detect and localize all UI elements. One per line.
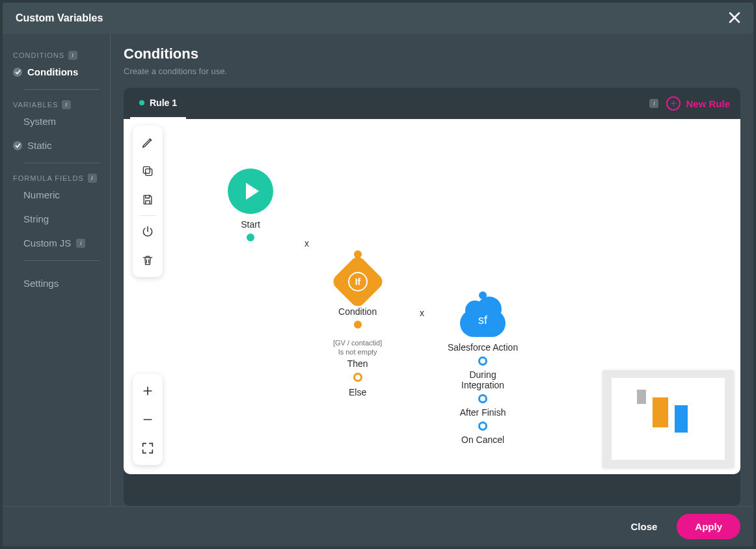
- port-out[interactable]: [354, 321, 362, 328]
- sidebar-item-conditions[interactable]: Conditions: [13, 60, 102, 84]
- info-icon[interactable]: i: [76, 239, 85, 248]
- zoom-in-button[interactable]: [135, 377, 160, 405]
- node-label: Start: [241, 219, 260, 230]
- minimap-node: [637, 390, 646, 404]
- sidebar-item-label: String: [23, 213, 49, 224]
- close-button[interactable]: Close: [623, 515, 665, 539]
- sidebar-item-label: Custom JS: [23, 237, 71, 248]
- node-start[interactable]: Start: [228, 168, 273, 241]
- port-during[interactable]: [478, 356, 487, 366]
- node-label: Salesforce Action: [448, 342, 518, 353]
- sidebar-item-system[interactable]: System: [13, 109, 102, 133]
- condition-expression: [GV / contactid]: [333, 339, 382, 348]
- sidebar-item-customjs[interactable]: Custom JS i: [13, 231, 102, 255]
- connector-delete-icon[interactable]: x: [304, 238, 309, 248]
- if-label: If: [348, 272, 368, 291]
- main-panel: Conditions Create a conditions for use. …: [111, 34, 753, 506]
- sidebar-item-settings[interactable]: Settings: [13, 271, 102, 295]
- port-cancel[interactable]: [478, 422, 487, 431]
- port-out[interactable]: [247, 234, 254, 241]
- fit-screen-button[interactable]: [135, 434, 160, 462]
- page-subtitle: Create a conditions for use.: [124, 66, 740, 76]
- sidebar-item-label: Numeric: [23, 189, 60, 200]
- save-button[interactable]: [135, 185, 160, 214]
- node-label: Condition: [338, 306, 377, 317]
- canvas-tools-top: [133, 126, 163, 277]
- new-rule-button[interactable]: + New Rule: [666, 96, 730, 111]
- sidebar-section-label: FORMULA FIELDS: [13, 174, 84, 182]
- cloud-icon: sf: [460, 310, 506, 337]
- close-icon[interactable]: [729, 10, 740, 26]
- plus-circle-icon: +: [666, 96, 681, 111]
- after-label: After Finish: [460, 407, 506, 418]
- sidebar-section-label: CONDITIONS: [13, 51, 64, 59]
- edit-button[interactable]: [135, 128, 160, 157]
- new-rule-label: New Rule: [686, 98, 730, 109]
- flow-canvas[interactable]: x x Start If Condition: [124, 119, 740, 474]
- trash-icon: [141, 254, 154, 267]
- power-icon: [141, 225, 154, 238]
- during-label: During Integration: [461, 369, 504, 390]
- sidebar-item-label: Conditions: [27, 66, 78, 77]
- sidebar-item-label: System: [23, 116, 56, 127]
- modal-footer: Close Apply: [3, 506, 753, 546]
- rules-tab-bar: Rule 1 i + New Rule: [124, 88, 740, 119]
- sidebar-section-variables: VARIABLES i: [13, 100, 102, 109]
- zoom-out-button[interactable]: [135, 405, 160, 434]
- minimap[interactable]: [602, 370, 734, 468]
- canvas-wrap: x x Start If Condition: [124, 119, 740, 506]
- info-icon[interactable]: i: [68, 51, 77, 60]
- sf-logo-text: sf: [460, 314, 506, 327]
- info-icon[interactable]: i: [88, 174, 97, 183]
- apply-button[interactable]: Apply: [677, 514, 740, 539]
- tabs-actions: i + New Rule: [649, 96, 730, 111]
- sidebar-section-conditions: CONDITIONS i: [13, 51, 102, 60]
- sidebar-item-string[interactable]: String: [13, 207, 102, 231]
- port-after[interactable]: [478, 394, 487, 403]
- modal-body: CONDITIONS i Conditions VARIABLES i Syst…: [3, 34, 753, 506]
- minimap-node: [653, 397, 668, 427]
- minus-icon: [141, 413, 154, 426]
- check-icon: [13, 68, 22, 77]
- canvas-tools-bottom: [133, 374, 163, 465]
- minimap-node: [675, 405, 688, 433]
- play-icon: [228, 168, 273, 214]
- sidebar-section-formula: FORMULA FIELDS i: [13, 174, 102, 183]
- cancel-label: On Cancel: [461, 435, 504, 445]
- custom-variables-modal: Custom Variables CONDITIONS i Conditions…: [3, 3, 753, 546]
- svg-rect-0: [146, 169, 152, 176]
- port-then[interactable]: [353, 373, 362, 382]
- node-salesforce-action[interactable]: sf Salesforce Action During Integration …: [448, 291, 518, 445]
- sidebar-item-static[interactable]: Static: [13, 133, 102, 157]
- page-title: Conditions: [124, 46, 740, 62]
- info-icon[interactable]: i: [62, 100, 71, 109]
- sidebar-item-label: Static: [27, 140, 52, 151]
- tab-rule-1[interactable]: Rule 1: [130, 88, 186, 119]
- sidebar-item-numeric[interactable]: Numeric: [13, 183, 102, 207]
- divider: [23, 89, 100, 90]
- info-icon[interactable]: i: [649, 99, 658, 108]
- svg-rect-1: [143, 167, 150, 173]
- condition-expression: Is not empty: [338, 348, 377, 357]
- node-condition[interactable]: If Condition [GV / contactid] Is not emp…: [333, 250, 382, 397]
- delete-button[interactable]: [135, 246, 160, 274]
- fullscreen-icon: [141, 441, 155, 455]
- sidebar-item-label: Settings: [23, 278, 59, 289]
- connector-delete-icon[interactable]: x: [420, 308, 424, 318]
- tabs: Rule 1: [130, 88, 186, 119]
- divider: [139, 215, 156, 216]
- check-icon: [13, 141, 22, 150]
- divider: [23, 260, 100, 261]
- pencil-icon: [141, 136, 154, 149]
- modal-title: Custom Variables: [16, 12, 103, 24]
- status-dot-icon: [139, 100, 144, 105]
- sidebar: CONDITIONS i Conditions VARIABLES i Syst…: [3, 34, 111, 506]
- power-button[interactable]: [135, 217, 160, 246]
- diamond-icon: If: [330, 254, 385, 310]
- divider: [23, 163, 100, 163]
- save-icon: [141, 193, 154, 206]
- sidebar-section-label: VARIABLES: [13, 101, 58, 109]
- duplicate-button[interactable]: [135, 157, 160, 185]
- else-label: Else: [349, 387, 366, 397]
- copy-icon: [141, 165, 154, 178]
